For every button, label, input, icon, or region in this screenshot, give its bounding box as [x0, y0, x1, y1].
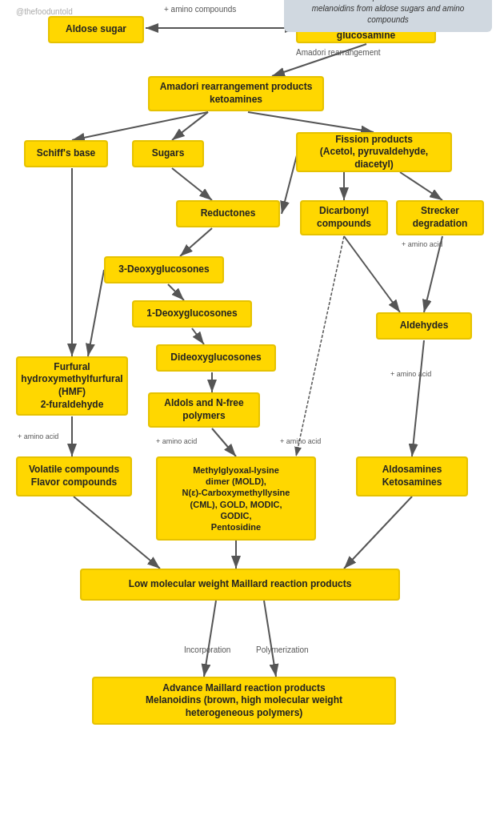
amino-acid-label-4: + amino acid — [280, 437, 321, 445]
aldols-box: Aldols and N-free polymers — [148, 392, 260, 428]
diagram-container: + amino compounds Amadori rearrangement … — [0, 0, 504, 40]
furfural-box: Furfural hydroxymethylfurfural (HMF) 2-f… — [16, 356, 128, 416]
aldosamines-box: Aldosamines Ketosamines — [356, 456, 468, 496]
volatile-box: Volatile compounds Flavor compounds — [16, 456, 132, 496]
amino-compounds-label: + amino compounds — [164, 5, 236, 14]
deoxyglucosones1-box: 1-Deoxyglucosones — [132, 300, 252, 328]
schiffs-base-box: Schiff's base — [24, 140, 108, 167]
low-molecular-box: Low molecular weight Maillard reaction p… — [80, 569, 400, 601]
svg-line-10 — [400, 172, 442, 200]
amino-acid-label-5: + amino acid — [390, 370, 431, 378]
svg-line-12 — [180, 228, 212, 256]
reductones-box: Reductones — [176, 200, 280, 227]
amino-acid-label-1: + amino acid — [402, 240, 442, 248]
methylglyoxal-box: Methylglyoxal-lysine dimer (MOLD), N(ε)-… — [156, 456, 316, 541]
svg-line-7 — [172, 168, 212, 200]
svg-line-17 — [88, 270, 104, 356]
amadori-products-box: Amadori rearrangement products ketoamine… — [148, 76, 324, 111]
svg-line-23 — [74, 496, 160, 569]
svg-line-21 — [212, 428, 236, 456]
dicarbonyl-box: Dicarbonyl compounds — [300, 200, 388, 235]
advance-maillard-box: Advance Maillard reaction products Melan… — [92, 677, 396, 725]
caption-box: General reaction pattern of the formatio… — [284, 0, 492, 32]
amino-acid-label-3: + amino acid — [156, 437, 197, 445]
dideoxyglucosones-box: Dideoxyglucosones — [156, 344, 276, 372]
aldehydes-box: Aldehydes — [376, 312, 472, 340]
svg-line-5 — [172, 112, 208, 140]
svg-line-22 — [296, 236, 344, 456]
svg-line-27 — [264, 601, 276, 677]
svg-line-19 — [412, 340, 424, 456]
svg-line-6 — [248, 112, 374, 132]
svg-line-18 — [344, 236, 400, 312]
svg-line-14 — [192, 328, 204, 344]
amadori-rearrangement-label: Amadori rearrangement — [296, 48, 381, 57]
aldose-sugar-box: Aldose sugar — [48, 16, 144, 43]
watermark: @thefooduntold — [16, 7, 73, 16]
polymerization-label: Polymerization — [256, 645, 309, 654]
amino-acid-label-2: + amino acid — [18, 432, 58, 440]
strecker-box: Strecker degradation — [396, 200, 484, 235]
svg-line-4 — [72, 112, 208, 140]
svg-line-8 — [282, 152, 298, 214]
fission-products-box: Fission products (Acetol, pyruvaldehyde,… — [296, 132, 452, 172]
deoxyglucosones3-box: 3-Deoxyglucosones — [104, 256, 224, 283]
sugars-box: Sugars — [132, 140, 204, 167]
svg-line-26 — [204, 601, 216, 677]
incorporation-label: Incorporation — [184, 645, 230, 654]
svg-line-13 — [168, 284, 184, 300]
svg-line-25 — [344, 496, 412, 569]
